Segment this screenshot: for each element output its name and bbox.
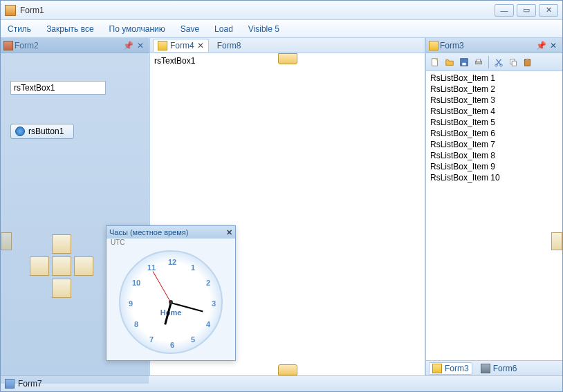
maximize-button[interactable]: ▭: [517, 4, 536, 17]
menu-save[interactable]: Save: [181, 24, 199, 34]
menu-default[interactable]: По умолчанию: [109, 24, 165, 34]
tab-form8[interactable]: Form8: [213, 39, 246, 52]
second-hand: [153, 271, 172, 303]
list-item[interactable]: RsListBox_Item 3: [429, 95, 560, 106]
list-item[interactable]: RsListBox_Item 8: [429, 150, 560, 161]
form6-tab-icon: [481, 364, 490, 373]
clock-number: 4: [206, 320, 210, 328]
list-item[interactable]: RsListBox_Item 4: [429, 106, 560, 117]
dock-center-icon[interactable]: [52, 256, 71, 276]
clock-number: 2: [206, 279, 210, 287]
left-panel-title: Form2: [13, 41, 122, 50]
footer-label[interactable]: Form7: [18, 379, 42, 389]
dock-diamond: [20, 225, 103, 308]
toolbar-separator: [488, 56, 489, 68]
clock-number: 12: [168, 258, 176, 266]
right-bottom-tabs: Form3 Form6: [426, 360, 562, 375]
clock-number: 9: [129, 299, 133, 308]
center-textbox-label: rsTextBox1: [154, 56, 195, 66]
listbox[interactable]: RsListBox_Item 1RsListBox_Item 2RsListBo…: [426, 71, 562, 360]
menu-load[interactable]: Load: [214, 24, 233, 34]
info-icon: [15, 127, 25, 136]
clock-number: 6: [170, 341, 174, 349]
floating-subtitle: UTC: [107, 239, 235, 249]
print-icon[interactable]: [472, 56, 485, 68]
dock-edge-right-icon[interactable]: [551, 232, 562, 250]
clock-number: 8: [134, 320, 138, 328]
clock-center-pin: [169, 300, 173, 304]
dock-hint-top-icon[interactable]: [278, 53, 297, 64]
tab-form4-close-icon[interactable]: ✕: [197, 41, 204, 50]
center-tabstrip: Form4 ✕ Form8: [150, 38, 425, 53]
svg-rect-5: [477, 59, 480, 62]
titlebar[interactable]: Form1 — ▭ ✕: [1, 1, 562, 20]
floating-titlebar[interactable]: Часы (местное время) ✕: [107, 226, 235, 239]
paste-icon[interactable]: [522, 56, 534, 68]
bottom-tab-form3[interactable]: Form3: [429, 362, 472, 375]
menu-style[interactable]: Стиль: [8, 24, 31, 34]
right-panel-title: Form3: [439, 41, 535, 50]
dock-hint-bottom-icon[interactable]: [278, 364, 297, 375]
dock-up-icon[interactable]: [52, 234, 71, 254]
bottom-tab-form3-label: Form3: [445, 364, 469, 373]
pin-icon[interactable]: 📌: [123, 41, 133, 50]
rs-button-label: rsButton1: [28, 127, 64, 136]
svg-rect-1: [436, 58, 438, 60]
form4-icon: [158, 41, 167, 50]
right-toolbar: [426, 53, 562, 71]
dock-left-icon[interactable]: [30, 256, 49, 276]
cut-icon[interactable]: [492, 56, 505, 68]
new-file-icon[interactable]: [429, 56, 441, 68]
copy-icon[interactable]: [507, 56, 519, 68]
workspace: Form2 📌 ✕ rsButton1: [1, 38, 562, 375]
dock-right-icon[interactable]: [74, 256, 93, 276]
svg-rect-11: [526, 58, 528, 60]
list-item[interactable]: RsListBox_Item 1: [429, 73, 560, 84]
form2-icon: [3, 41, 13, 50]
panel-close-icon-right[interactable]: ✕: [548, 41, 558, 50]
save-icon[interactable]: [458, 56, 470, 68]
rs-textbox[interactable]: [10, 81, 106, 95]
close-button[interactable]: ✕: [539, 4, 558, 17]
svg-rect-3: [462, 62, 465, 65]
clock-number: 1: [191, 263, 195, 272]
right-panel-header[interactable]: Form3 📌 ✕: [426, 38, 562, 53]
tab-form8-label: Form8: [217, 41, 241, 50]
clock-label: Home: [160, 308, 182, 317]
app-window: Form1 — ▭ ✕ Стиль Закрыть все По умолчан…: [0, 0, 563, 392]
floating-title: Часы (местное время): [109, 228, 226, 236]
list-item[interactable]: RsListBox_Item 6: [429, 128, 560, 139]
dock-down-icon[interactable]: [52, 279, 71, 298]
clock-number: 10: [132, 279, 140, 287]
clock-number: 11: [147, 263, 156, 272]
bottom-tab-form6-label: Form6: [493, 364, 517, 373]
footer: Form7: [1, 375, 562, 391]
svg-rect-9: [512, 61, 516, 66]
menu-visible5[interactable]: Visible 5: [248, 24, 279, 34]
analog-clock: Home 121234567891011: [119, 250, 223, 354]
bottom-tab-form6[interactable]: Form6: [478, 363, 520, 374]
app-icon: [5, 5, 16, 16]
rs-button[interactable]: rsButton1: [10, 124, 74, 139]
open-folder-icon[interactable]: [443, 56, 456, 68]
floating-close-icon[interactable]: ✕: [226, 228, 232, 237]
list-item[interactable]: RsListBox_Item 5: [429, 117, 560, 128]
form3-tab-icon: [432, 364, 442, 373]
clock-number: 7: [149, 335, 154, 344]
menubar: Стиль Закрыть все По умолчанию Save Load…: [1, 20, 562, 38]
list-item[interactable]: RsListBox_Item 9: [429, 161, 560, 172]
left-panel-header[interactable]: Form2 📌 ✕: [1, 38, 149, 53]
clock-number: 5: [191, 335, 195, 344]
minimize-button[interactable]: —: [495, 4, 514, 17]
tab-form4[interactable]: Form4 ✕: [153, 39, 209, 52]
window-title: Form1: [20, 6, 495, 15]
form3-icon: [429, 41, 439, 50]
menu-close-all[interactable]: Закрыть все: [46, 24, 93, 34]
list-item[interactable]: RsListBox_Item 7: [429, 139, 560, 150]
panel-close-icon[interactable]: ✕: [136, 41, 145, 50]
clock-number: 3: [212, 299, 216, 308]
list-item[interactable]: RsListBox_Item 2: [429, 84, 560, 95]
floating-clock-window[interactable]: Часы (местное время) ✕ UTC Home 12123456…: [106, 225, 236, 361]
pin-icon-right[interactable]: 📌: [536, 41, 546, 50]
list-item[interactable]: RsListBox_Item 10: [429, 172, 560, 183]
